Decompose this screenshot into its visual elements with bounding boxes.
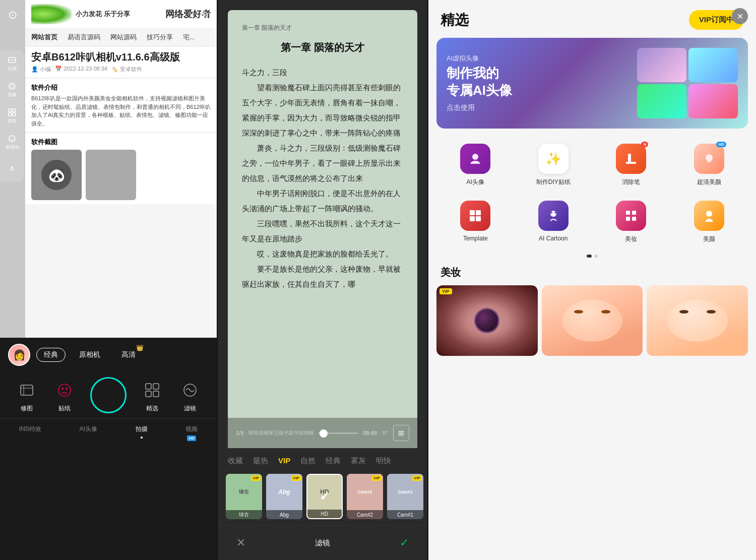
makeup-item-1[interactable]: VIP	[436, 285, 538, 356]
hd-badge: HD	[187, 435, 196, 441]
svg-rect-21	[628, 154, 631, 162]
filter-thumb-1[interactable]: Abg Abg VIP	[266, 474, 302, 519]
hd-beauty-icon: HD	[694, 144, 724, 174]
filter-classic[interactable]: 经典	[36, 348, 66, 362]
sticker-btn[interactable]: 贴纸	[52, 378, 77, 413]
camera-sidebar: 比例 美颜	[0, 50, 24, 181]
para-7: 要不是族长是他的父亲，这种废物，早就被驱赶出家族，任其自生自灭了，哪	[242, 262, 403, 292]
ratio-control[interactable]: 比例	[4, 55, 20, 72]
para-5: 三段嘿嘿，果然不出我所料，这个天才这一年又是在原地踏步	[242, 216, 403, 246]
svg-point-20	[472, 154, 478, 160]
camera-topbar: ⊙ ⊛	[0, 0, 217, 30]
feature-diy-sticker[interactable]: ✨ 制作DIY贴纸	[515, 137, 593, 194]
menu-icon[interactable]: ⊙	[8, 9, 17, 22]
filter-thumb-4[interactable]: Cam#1 Cam#1 VIP	[387, 474, 423, 519]
features-panel: ✕ 精选 VIP订阅中 AI虚拟头像 制作我的 专属AI头像 点击使用	[428, 0, 756, 560]
nav-tips[interactable]: 技巧分享	[147, 33, 173, 42]
feature-eraser[interactable]: N 消除笔	[592, 137, 670, 194]
collapse-control[interactable]: ∧	[4, 160, 20, 176]
camera-bottom: 👩 经典 原相机 高清 👑 修图	[0, 338, 217, 560]
nav-source1[interactable]: 易语言源码	[68, 33, 100, 42]
feature-ai-avatar[interactable]: AI头像	[436, 137, 515, 194]
reader-content-area: 第一章 陨落的天才 第一章 陨落的天才 斗之力，三段 望着测验魔石碑上面闪亮得甚…	[228, 10, 417, 448]
svg-point-8	[9, 136, 15, 142]
section-intro-title: 软件介绍	[31, 83, 211, 92]
feature-beauty-grid[interactable]: 美颜	[670, 194, 748, 251]
beauty-grid-icon	[694, 201, 724, 231]
nav-home[interactable]: 网站首页	[31, 33, 57, 42]
svg-point-23	[706, 154, 713, 161]
nav-ins[interactable]: INS特效	[19, 425, 41, 441]
feature-hd-beauty[interactable]: HD 超清美颜	[670, 137, 748, 194]
close-button[interactable]: ✕	[732, 8, 748, 24]
ai-avatar-banner[interactable]: AI虚拟头像 制作我的 专属AI头像 点击使用	[436, 38, 748, 129]
user-avatar[interactable]: 👩	[8, 344, 30, 366]
book-title-label: 咪阅读搬家迁移书架书籍精略	[248, 429, 314, 437]
collage-label: 拼图	[8, 118, 17, 125]
svg-rect-24	[470, 210, 475, 215]
featured-btn[interactable]: 精选	[140, 378, 164, 413]
diy-sticker-icon: ✨	[538, 144, 569, 174]
expand-btn[interactable]: ⊞	[393, 425, 409, 441]
feature-template[interactable]: Template	[436, 194, 515, 251]
nav-source2[interactable]: 网站源码	[110, 33, 137, 42]
sticker-icon	[52, 378, 77, 402]
template-icon	[460, 201, 490, 231]
banner-text: AI虚拟头像 制作我的 专属AI头像 点击使用	[447, 54, 637, 112]
tab-collect[interactable]: 收藏	[228, 456, 243, 466]
shutter-button[interactable]	[90, 377, 127, 413]
svg-rect-26	[470, 216, 475, 221]
dot-2	[595, 255, 598, 258]
nav-more[interactable]: 宅...	[183, 33, 195, 42]
feature-makeup-grid[interactable]: 美妆	[592, 194, 670, 251]
svg-rect-4	[9, 109, 12, 112]
svg-rect-9	[21, 385, 33, 395]
tab-natural[interactable]: 自然	[300, 456, 316, 466]
beauty-control[interactable]: 美颜	[4, 82, 20, 98]
tab-hot[interactable]: 最热	[253, 456, 268, 466]
banner-img-1	[637, 48, 686, 82]
reader-page[interactable]: 第一章 陨落的天才 第一章 陨落的天才 斗之力，三段 望着测验魔石碑上面闪亮得甚…	[228, 10, 417, 418]
svg-rect-34	[632, 217, 636, 221]
filter-thumb-0[interactable]: 绿古 绿古 VIP	[226, 474, 262, 519]
svg-rect-17	[146, 391, 151, 397]
scan-icon[interactable]: ⊛	[200, 9, 209, 22]
svg-point-14	[66, 388, 68, 390]
nav-ai[interactable]: AI头像	[80, 425, 97, 441]
feature-ai-cartoon[interactable]: AI Cartoon	[515, 194, 593, 251]
makeup-item-2[interactable]	[542, 285, 643, 356]
retouch-btn[interactable]: 修图	[15, 378, 39, 413]
tab-foggy[interactable]: 雾灰	[351, 456, 366, 466]
confirm-btn[interactable]: ✓	[393, 532, 415, 554]
reading-progress[interactable]	[319, 432, 358, 434]
filter-btn[interactable]: 滤镜	[178, 378, 202, 413]
filter-thumb-2[interactable]: HD HD	[306, 474, 343, 519]
nav-shoot-label: 拍摄	[136, 425, 148, 433]
banner-cta[interactable]: 点击使用	[447, 103, 637, 112]
nav-video[interactable]: 视频 HD	[185, 425, 198, 441]
webpage-nav: 网站首页 易语言源码 网站源码 技巧分享 宅...	[25, 29, 217, 46]
makeup-item-3[interactable]	[647, 285, 748, 356]
nav-shoot[interactable]: 拍摄	[136, 425, 148, 441]
featured-icon	[140, 378, 164, 402]
filter-thumb-3[interactable]: Cam#2 Cam#2 VIP	[347, 474, 383, 519]
svg-rect-25	[476, 210, 481, 215]
svg-rect-32	[632, 211, 636, 215]
filter-original[interactable]: 原相机	[72, 348, 108, 362]
tab-vip[interactable]: VIP	[278, 456, 290, 466]
filter-label-4: Cam#1	[387, 510, 423, 519]
cancel-btn[interactable]: ✕	[230, 532, 252, 554]
svg-point-13	[61, 388, 64, 390]
pagination-dots	[428, 251, 756, 262]
svg-rect-18	[153, 391, 159, 397]
expression-label: 表情包	[6, 144, 19, 151]
tab-classic[interactable]: 经典	[326, 456, 341, 466]
screenshot-1: 🐼	[31, 150, 82, 200]
expression-control[interactable]: 表情包	[4, 134, 20, 150]
tab-bright[interactable]: 明快	[376, 456, 391, 466]
filter-hd[interactable]: 高清 👑	[114, 348, 143, 362]
progress-thumb[interactable]	[320, 429, 328, 438]
svg-point-30	[554, 212, 556, 214]
collage-control[interactable]: 拼图	[4, 108, 20, 124]
filter-label-1: Abg	[266, 510, 302, 519]
